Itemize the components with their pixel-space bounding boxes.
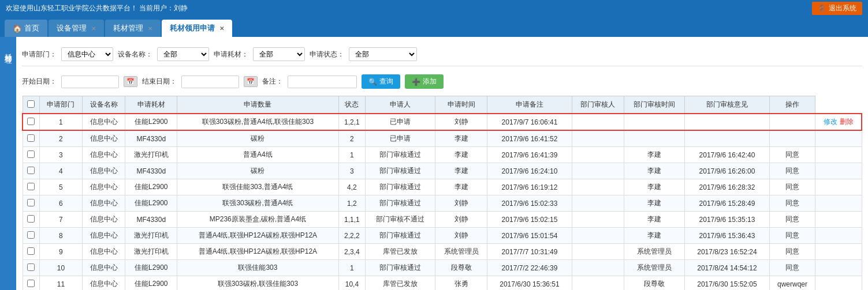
cell-applicant: 刘静 <box>435 212 487 228</box>
cell-status: 已申请 <box>366 130 435 147</box>
cell-dept: 信息中心 <box>83 163 125 179</box>
dept-select[interactable]: 信息中心 全部 <box>61 47 113 61</box>
cell-checkbox <box>23 244 39 260</box>
content-area: 申请部门： 信息中心 全部 设备名称： 全部 申请耗材： 全部 申请状态： 全部… <box>16 37 868 290</box>
cell-apply-time: 2017/9/6 16:19:12 <box>487 179 572 195</box>
cell-dept: 信息中心 <box>83 114 125 130</box>
cell-applicant: 刘静 <box>435 228 487 244</box>
row-checkbox[interactable] <box>27 215 35 223</box>
col-num: 申请部门 <box>39 96 82 114</box>
cell-actions <box>815 163 862 179</box>
tab-consumable-label: 耗材管理 <box>113 23 143 33</box>
cell-reviewer: 李建 <box>624 228 685 244</box>
cell-actions <box>815 179 862 195</box>
main-layout: 耗材管理 申请部门： 信息中心 全部 设备名称： 全部 申请耗材： 全部 申请状… <box>0 37 868 290</box>
cell-review-time: 2017/6/30 15:52:05 <box>685 276 770 291</box>
top-bar-right: 🚪 退出系统 <box>812 2 862 15</box>
cell-remark <box>572 228 624 244</box>
cell-dept: 信息中心 <box>83 260 125 276</box>
top-bar: 欢迎使用山东轻工职业学院公共数据平台！ 当前用户：刘静 🚪 退出系统 <box>0 0 868 16</box>
cell-num: 3 <box>39 147 82 163</box>
table-row: 9信息中心激光打印机普通A4纸,联强HP12A碳粉,联强HP12A2,3,4库管… <box>23 244 862 260</box>
device-select[interactable]: 全部 <box>157 47 209 61</box>
cell-quantity: 1,1,1 <box>338 212 366 228</box>
logout-button[interactable]: 🚪 退出系统 <box>812 2 862 15</box>
query-button[interactable]: 🔍 查询 <box>362 74 400 89</box>
edit-link[interactable]: 修改 <box>824 118 837 126</box>
cell-consumable: 碳粉 <box>177 130 338 147</box>
cell-consumable: 联强佳能303,普通A4纸 <box>177 179 338 195</box>
cell-review-time: 2017/9/6 16:28:32 <box>685 179 770 195</box>
cell-remark <box>572 130 624 147</box>
cell-apply-time: 2017/6/30 15:36:51 <box>487 276 572 291</box>
delete-link[interactable]: 删除 <box>840 118 854 126</box>
cell-num: 5 <box>39 179 82 195</box>
row-checkbox[interactable] <box>27 199 35 206</box>
cell-review-opinion: 同意 <box>769 260 815 276</box>
cell-review-time: 2017/9/6 15:28:49 <box>685 195 770 212</box>
tab-device[interactable]: 设备管理 ✕ <box>49 20 104 37</box>
col-review-time: 部门审核意见 <box>685 96 770 114</box>
cell-checkbox <box>23 147 39 163</box>
cell-apply-time: 2017/7/7 10:31:49 <box>487 244 572 260</box>
cell-review-time: 2017/8/23 16:52:24 <box>685 244 770 260</box>
cell-applicant: 李建 <box>435 163 487 179</box>
row-checkbox[interactable] <box>27 167 35 174</box>
cell-review-opinion: 同意 <box>769 179 815 195</box>
select-all-checkbox[interactable] <box>27 100 35 108</box>
row-checkbox[interactable] <box>27 118 35 125</box>
tab-device-close[interactable]: ✕ <box>91 25 96 32</box>
cell-device: 佳能L2900 <box>125 276 177 291</box>
cell-reviewer <box>624 114 685 130</box>
cell-status: 库管已发放 <box>366 276 435 291</box>
cell-reviewer: 李建 <box>624 163 685 179</box>
consumable-select[interactable]: 全部 <box>253 47 305 61</box>
remark-label: 备注： <box>262 77 283 86</box>
add-button[interactable]: ➕ 添加 <box>405 74 444 89</box>
tab-home[interactable]: 🏠 首页 <box>5 20 47 37</box>
col-device: 申请耗材 <box>125 96 177 114</box>
col-status: 申请人 <box>366 96 435 114</box>
tab-consumable-close[interactable]: ✕ <box>148 25 152 32</box>
row-checkbox[interactable] <box>27 280 35 287</box>
cell-dept: 信息中心 <box>83 195 125 212</box>
row-checkbox[interactable] <box>27 263 35 271</box>
cell-applicant: 系统管理员 <box>435 244 487 260</box>
cell-checkbox <box>23 179 39 195</box>
end-date-input[interactable] <box>181 76 239 88</box>
table-row: 1信息中心佳能L2900联强303碳粉,普通A4纸,联强佳能3031,2,1已申… <box>23 114 862 130</box>
row-checkbox[interactable] <box>27 150 35 158</box>
cell-apply-time: 2017/9/6 16:41:52 <box>487 130 572 147</box>
cell-review-time <box>685 114 770 130</box>
status-select[interactable]: 全部 已申请 部门审核通过 部门审核不通过 库管已发放 <box>349 47 417 61</box>
cell-applicant: 刘静 <box>435 114 487 130</box>
cell-remark <box>572 244 624 260</box>
cell-review-opinion: 同意 <box>769 212 815 228</box>
row-checkbox[interactable] <box>27 134 35 142</box>
tab-consumable[interactable]: 耗材管理 ✕ <box>105 20 161 37</box>
cell-apply-time: 2017/9/6 15:02:15 <box>487 212 572 228</box>
row-checkbox[interactable] <box>27 183 35 190</box>
start-date-calendar-button[interactable]: 📅 <box>124 76 137 87</box>
filter-bar-row1: 申请部门： 信息中心 全部 设备名称： 全部 申请耗材： 全部 申请状态： 全部… <box>22 43 862 66</box>
logout-icon: 🚪 <box>818 4 826 12</box>
row-checkbox[interactable] <box>27 231 35 239</box>
welcome-text: 欢迎使用山东轻工职业学院公共数据平台！ 当前用户：刘静 <box>6 3 188 13</box>
remark-input[interactable] <box>288 76 357 88</box>
cell-actions <box>815 244 862 260</box>
cell-checkbox <box>23 114 39 130</box>
cell-num: 4 <box>39 163 82 179</box>
cell-applicant: 刘静 <box>435 195 487 212</box>
tab-apply-label: 耗材领用申请 <box>170 23 215 33</box>
cell-apply-time: 2017/9/7 16:06:41 <box>487 114 572 130</box>
start-date-input[interactable] <box>61 76 119 88</box>
tab-apply-close[interactable]: ✕ <box>219 25 224 32</box>
cell-review-time: 2017/8/24 14:54:12 <box>685 260 770 276</box>
tab-apply[interactable]: 耗材领用申请 ✕ <box>162 20 232 37</box>
table-row: 11信息中心佳能L2900联强303碳粉,联强佳能30310,4库管已发放张勇2… <box>23 276 862 291</box>
cell-consumable: 联强303碳粉,普通A4纸,联强佳能303 <box>177 114 338 130</box>
end-date-calendar-button[interactable]: 📅 <box>244 76 258 87</box>
row-checkbox[interactable] <box>27 247 35 255</box>
table-row: 2信息中心MF4330d碳粉2已申请李建2017/9/6 16:41:52 <box>23 130 862 147</box>
cell-remark <box>572 179 624 195</box>
